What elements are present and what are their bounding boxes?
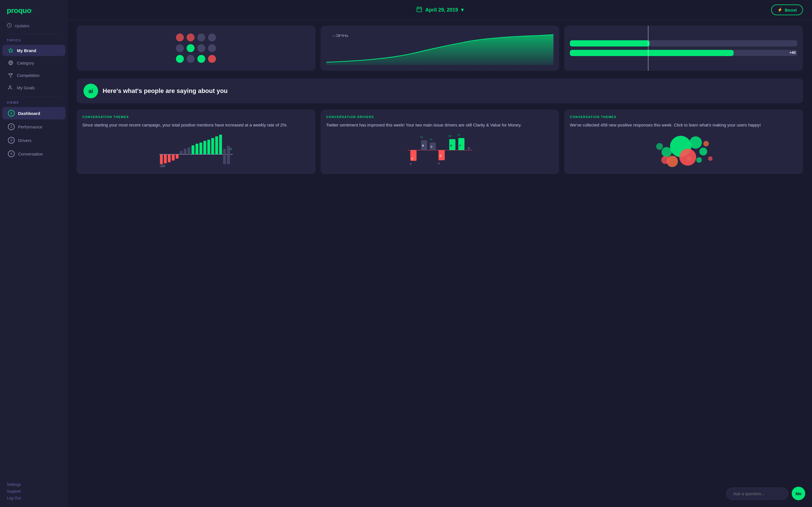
- sidebar-item-performance[interactable]: 2 Performance: [2, 121, 65, 133]
- info-cards-row: CONVERSATION THEMES Since starting your …: [77, 110, 803, 174]
- svg-text:+2: +2: [420, 136, 423, 138]
- content-area: -3% +40: [68, 20, 812, 507]
- svg-text:D: D: [440, 154, 442, 157]
- info-card-themes-2[interactable]: CONVERSATION THEMES We've collected 458 …: [564, 110, 803, 174]
- me-avatar[interactable]: Me: [792, 487, 805, 500]
- svg-text:E: E: [450, 144, 452, 147]
- svg-rect-31: [227, 146, 230, 164]
- gauge-value: +40: [790, 50, 796, 55]
- dot: [187, 34, 195, 41]
- svg-point-55: [700, 148, 707, 156]
- dot: [176, 34, 184, 41]
- card-label-themes-2: CONVERSATION THEMES: [570, 115, 797, 119]
- svg-rect-17: [172, 154, 174, 161]
- sidebar-item-competition[interactable]: Competition: [2, 69, 65, 81]
- svg-rect-22: [192, 145, 194, 154]
- calendar-icon: [416, 6, 422, 14]
- svg-rect-25: [203, 141, 206, 154]
- svg-text:F: F: [459, 144, 461, 147]
- topics-label: TOPICS: [0, 38, 68, 44]
- svg-rect-18: [175, 154, 179, 159]
- date-picker[interactable]: April 29, 2019 ▾: [416, 6, 463, 14]
- svg-text:A: A: [411, 157, 413, 160]
- dot: [187, 44, 195, 52]
- svg-rect-19: [180, 151, 183, 154]
- svg-point-61: [661, 156, 669, 164]
- svg-point-5: [9, 86, 11, 87]
- sidebar-item-my-brand[interactable]: My Brand: [2, 45, 65, 56]
- svg-marker-1: [9, 48, 13, 52]
- sidebar-item-updates[interactable]: Updates: [0, 20, 68, 33]
- svg-rect-24: [199, 143, 202, 154]
- target-icon: [8, 48, 13, 53]
- card-text-themes-2: We've collected 458 new positive respons…: [570, 122, 797, 128]
- gauge-bar-1: [570, 40, 797, 47]
- sidebar-label-performance: Performance: [18, 124, 42, 129]
- svg-rect-15: [164, 154, 167, 163]
- ai-banner-text: Here's what's people are saying about yo…: [103, 87, 227, 95]
- ask-input[interactable]: [726, 488, 788, 500]
- sidebar-item-category[interactable]: Category: [2, 57, 65, 68]
- svg-text:+3: +3: [457, 133, 460, 136]
- ai-icon: ai: [84, 83, 98, 98]
- svg-text:+3: +3: [448, 135, 451, 137]
- sidebar-label-conversation: Conversation: [18, 152, 43, 156]
- card-chart-themes-1: -210 300: [82, 132, 310, 168]
- logout-link[interactable]: Log Out: [7, 496, 61, 500]
- support-link[interactable]: Support: [7, 489, 61, 494]
- svg-rect-23: [195, 144, 198, 154]
- svg-rect-28: [215, 136, 218, 154]
- svg-text:C: C: [430, 145, 433, 148]
- chevron-down-icon: ▾: [461, 7, 463, 13]
- svg-rect-6: [417, 7, 422, 11]
- svg-rect-26: [207, 140, 210, 154]
- sidebar-label-my-goals: My Goals: [17, 86, 35, 90]
- top-card-gauge[interactable]: +40: [564, 25, 803, 71]
- dot: [187, 55, 195, 63]
- view-num-1: 1: [8, 110, 15, 117]
- area-chart: -3%: [326, 31, 554, 65]
- ai-banner: ai Here's what's people are saying about…: [77, 78, 803, 103]
- svg-text:-3%: -3%: [332, 34, 348, 38]
- svg-rect-20: [184, 149, 186, 154]
- svg-text:-2: -2: [409, 163, 411, 165]
- card-text-drivers: Twitter sentiment has improved this week…: [326, 122, 554, 128]
- top-card-area-chart[interactable]: -3%: [320, 25, 559, 71]
- logo: proquo°: [0, 0, 68, 20]
- header-date-text: April 29, 2019: [425, 7, 458, 13]
- clock-icon: [7, 23, 12, 29]
- header: April 29, 2019 ▾ ⚡ Boost: [68, 0, 812, 20]
- dot-grid: [176, 34, 216, 63]
- sidebar-item-my-goals[interactable]: My Goals: [2, 82, 65, 93]
- svg-point-63: [708, 156, 713, 161]
- top-card-dots[interactable]: [77, 25, 315, 71]
- info-card-themes-1[interactable]: CONVERSATION THEMES Since starting your …: [77, 110, 315, 174]
- boost-button[interactable]: ⚡ Boost: [771, 4, 803, 15]
- svg-rect-27: [211, 138, 214, 154]
- svg-point-53: [690, 136, 702, 149]
- sidebar-item-conversation[interactable]: 4 Conversation: [2, 148, 65, 160]
- view-num-2: 2: [8, 123, 15, 130]
- updates-label: Updates: [15, 24, 29, 28]
- sidebar-item-dashboard[interactable]: 1 Dashboard: [2, 107, 65, 119]
- card-text-themes-1: Since starting your most recent campaign…: [82, 122, 310, 128]
- logo-text: proquo: [7, 6, 31, 15]
- svg-rect-14: [160, 154, 163, 164]
- settings-link[interactable]: Settings: [7, 482, 61, 487]
- dot: [176, 44, 184, 52]
- svg-text:-2: -2: [437, 162, 440, 165]
- ask-bar: Me: [726, 487, 805, 500]
- person-icon: [8, 85, 13, 91]
- sidebar-label-my-brand: My Brand: [17, 48, 36, 53]
- svg-point-54: [662, 147, 672, 157]
- dot: [176, 55, 184, 63]
- dot: [197, 55, 205, 63]
- card-label-drivers: CONVERSATION DRIVERS: [326, 115, 554, 119]
- info-card-drivers[interactable]: CONVERSATION DRIVERS Twitter sentiment h…: [320, 110, 559, 174]
- sidebar-bottom: Settings Support Log Out: [0, 478, 68, 507]
- svg-point-58: [656, 143, 663, 150]
- view-num-4: 4: [8, 151, 15, 157]
- trophy-icon: [8, 72, 13, 78]
- svg-rect-21: [188, 147, 190, 154]
- sidebar-item-drivers[interactable]: 3 Drivers: [2, 134, 65, 147]
